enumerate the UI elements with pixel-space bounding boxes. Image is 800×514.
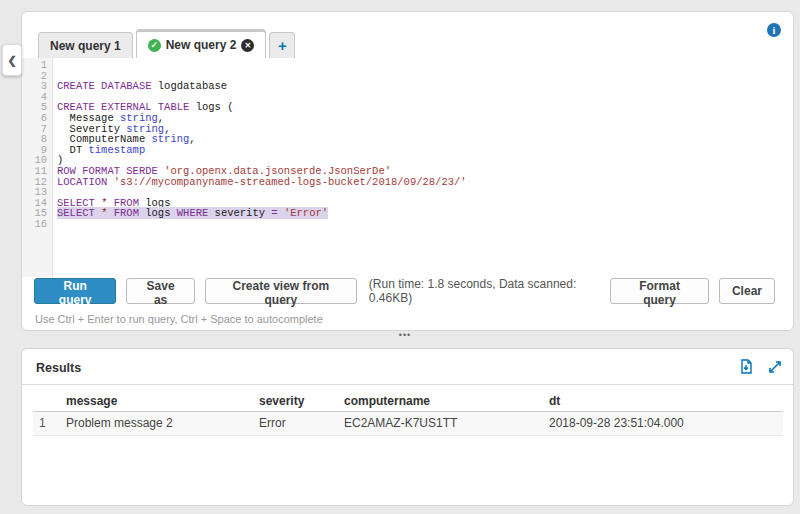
code-line: SELECT * FROM logs WHERE severity = 'Err… — [57, 208, 793, 219]
line-number: 16 — [22, 219, 47, 230]
tab-new-query-2[interactable]: ✓ New query 2 ✕ — [136, 29, 267, 58]
sql-editor[interactable]: 12345678910111213141516 CREATE DATABASE … — [22, 58, 793, 277]
cell: EC2AMAZ-K7US1TT — [344, 411, 549, 435]
line-number: 6 — [22, 113, 47, 124]
column-header: dt — [549, 391, 783, 411]
expand-results-icon[interactable] — [767, 359, 783, 375]
code-line: DT timestamp — [57, 145, 793, 156]
panel-drag-handle[interactable]: ••• — [392, 330, 418, 340]
code-line — [57, 60, 793, 71]
download-results-icon[interactable] — [738, 359, 754, 375]
row-number: 1 — [33, 411, 66, 435]
tab-label: New query 2 — [166, 38, 237, 52]
row-number-header — [33, 391, 66, 411]
code-line: CREATE DATABASE logdatabase — [57, 81, 793, 92]
chevron-left-icon: ❮ — [7, 54, 16, 67]
plus-icon: + — [278, 37, 287, 54]
results-body: 1Problem message 2ErrorEC2AMAZ-K7US1TT20… — [33, 411, 783, 435]
code-lines: CREATE DATABASE logdatabase CREATE EXTER… — [53, 58, 793, 277]
column-header: message — [66, 391, 259, 411]
clear-button[interactable]: Clear — [719, 278, 775, 304]
format-query-button[interactable]: Format query — [610, 278, 709, 304]
results-table: messageseveritycomputernamedt 1Problem m… — [33, 391, 783, 436]
save-as-button[interactable]: Save as — [126, 278, 194, 304]
run-stats: (Run time: 1.8 seconds, Data scanned: 0.… — [369, 277, 610, 305]
keyboard-hint: Use Ctrl + Enter to run query, Ctrl + Sp… — [35, 313, 323, 325]
tab-new-query-1[interactable]: New query 1 — [38, 32, 133, 58]
results-header-row: messageseveritycomputernamedt — [33, 391, 783, 411]
line-number: 11 — [22, 166, 47, 177]
column-header: severity — [259, 391, 344, 411]
code-line: ComputerName string, — [57, 134, 793, 145]
query-editor-panel: i New query 1 ✓ New query 2 ✕ + 12345678… — [21, 11, 794, 331]
query-toolbar: Run query Save as Create view from query… — [34, 278, 775, 304]
results-divider — [22, 384, 793, 385]
table-row: 1Problem message 2ErrorEC2AMAZ-K7US1TT20… — [33, 411, 783, 435]
line-number: 1 — [22, 60, 47, 71]
tab-label: New query 1 — [50, 39, 121, 53]
code-line: CREATE EXTERNAL TABLE logs ( — [57, 102, 793, 113]
collapse-sidebar-button[interactable]: ❮ — [2, 44, 22, 76]
code-line: LOCATION 's3://mycompanyname-streamed-lo… — [57, 177, 793, 188]
cell: Problem message 2 — [66, 411, 259, 435]
drag-handle-dots: ••• — [399, 330, 411, 340]
code-line — [57, 219, 793, 230]
cell: Error — [259, 411, 344, 435]
query-tabbar: New query 1 ✓ New query 2 ✕ + — [22, 12, 793, 58]
create-view-button[interactable]: Create view from query — [205, 278, 357, 304]
results-title: Results — [36, 361, 81, 375]
cell: 2018-09-28 23:51:04.000 — [549, 411, 783, 435]
results-panel: Results messageseveritycomputernamedt 1P… — [21, 348, 794, 506]
run-query-button[interactable]: Run query — [34, 278, 116, 304]
query-success-check-icon: ✓ — [148, 39, 161, 52]
line-number-gutter: 12345678910111213141516 — [22, 58, 53, 277]
column-header: computername — [344, 391, 549, 411]
new-tab-button[interactable]: + — [269, 32, 295, 58]
close-tab-icon[interactable]: ✕ — [241, 39, 254, 52]
